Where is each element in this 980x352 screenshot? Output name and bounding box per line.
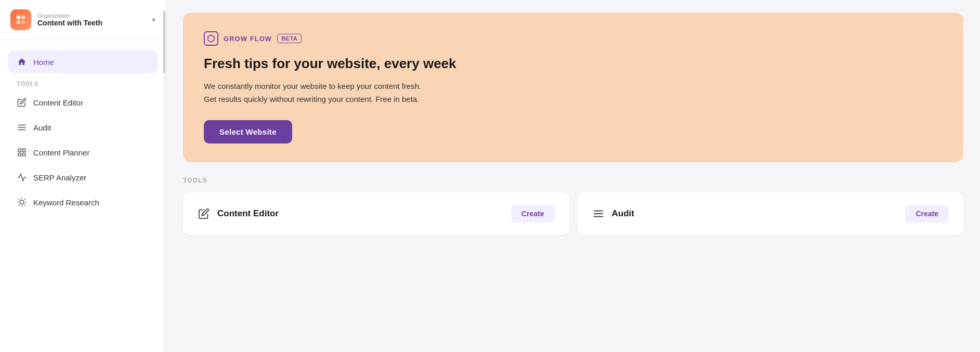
sidebar-item-serp-analyzer-label: SERP Analyzer bbox=[33, 173, 86, 182]
grid-icon bbox=[17, 147, 27, 158]
tool-card-content-editor: Content Editor Create bbox=[183, 192, 569, 235]
svg-point-11 bbox=[20, 200, 24, 204]
grow-flow-banner: GROW FLOW BETA Fresh tips for your websi… bbox=[183, 12, 963, 162]
svg-line-18 bbox=[19, 205, 19, 205]
tools-grid: Content Editor Create Audit Crea bbox=[183, 192, 963, 235]
sidebar-item-content-editor-label: Content Editor bbox=[33, 98, 83, 107]
audit-card-label: Audit bbox=[612, 208, 634, 219]
lines-icon bbox=[17, 122, 27, 133]
main-tools-label: TOOLS bbox=[183, 177, 963, 184]
grow-flow-header: GROW FLOW BETA bbox=[204, 31, 943, 46]
sidebar-item-content-planner[interactable]: Content Planner bbox=[8, 141, 158, 164]
sidebar-item-keyword-research-label: Keyword Research bbox=[33, 198, 99, 207]
svg-line-19 bbox=[24, 199, 25, 200]
sidebar-item-content-editor[interactable]: Content Editor bbox=[8, 91, 158, 114]
tool-card-left: Audit bbox=[592, 207, 634, 220]
chevron-down-icon: ▾ bbox=[152, 16, 155, 24]
chart-line-icon bbox=[17, 172, 27, 182]
sidebar-header[interactable]: Organization Content with Teeth ▾ bbox=[0, 0, 166, 40]
audit-create-button[interactable]: Create bbox=[905, 205, 949, 223]
sidebar-item-audit-label: Audit bbox=[33, 123, 51, 132]
grow-flow-icon bbox=[204, 31, 218, 46]
grow-flow-headline: Fresh tips for your website, every week bbox=[204, 55, 943, 73]
svg-rect-0 bbox=[17, 16, 20, 19]
lightbulb-icon bbox=[17, 197, 27, 207]
main-content: GROW FLOW BETA Fresh tips for your websi… bbox=[166, 0, 980, 352]
tool-card-left: Content Editor bbox=[198, 207, 279, 220]
sidebar-item-keyword-research[interactable]: Keyword Research bbox=[8, 191, 158, 214]
content-editor-card-label: Content Editor bbox=[217, 208, 279, 219]
svg-rect-7 bbox=[18, 149, 21, 151]
svg-line-14 bbox=[19, 199, 19, 200]
content-editor-card-icon bbox=[198, 207, 210, 220]
grow-flow-beta-badge: BETA bbox=[277, 34, 302, 43]
sidebar-item-serp-analyzer[interactable]: SERP Analyzer bbox=[8, 166, 158, 189]
sidebar-item-audit[interactable]: Audit bbox=[8, 116, 158, 139]
sidebar-item-content-planner-label: Content Planner bbox=[33, 148, 89, 157]
sidebar-item-home-label: Home bbox=[33, 58, 54, 67]
sidebar: Organization Content with Teeth ▾ Home T… bbox=[0, 0, 166, 352]
content-editor-create-button[interactable]: Create bbox=[511, 205, 555, 223]
svg-line-15 bbox=[24, 205, 25, 205]
scrollbar-thumb bbox=[163, 10, 165, 73]
tools-section: TOOLS Content Editor Create bbox=[183, 177, 963, 235]
pencil-icon bbox=[17, 97, 27, 108]
organization-info: Organization Content with Teeth bbox=[37, 12, 146, 27]
svg-rect-1 bbox=[21, 16, 25, 19]
home-icon bbox=[17, 57, 27, 67]
svg-rect-3 bbox=[21, 20, 25, 24]
select-website-button[interactable]: Select Website bbox=[204, 120, 292, 144]
sidebar-navigation: Home TOOLS Content Editor A bbox=[0, 40, 166, 352]
tool-card-audit: Audit Create bbox=[578, 192, 964, 235]
scrollbar-track bbox=[163, 10, 165, 352]
grow-flow-description: We constantly monitor your website to ke… bbox=[204, 80, 943, 106]
sidebar-item-home[interactable]: Home bbox=[8, 50, 158, 73]
svg-rect-10 bbox=[23, 153, 25, 156]
audit-card-icon bbox=[592, 207, 605, 220]
grow-flow-title: GROW FLOW bbox=[224, 35, 272, 43]
svg-rect-2 bbox=[17, 20, 20, 24]
svg-rect-9 bbox=[18, 153, 21, 156]
organization-label: Organization bbox=[37, 12, 146, 19]
tools-section-label: TOOLS bbox=[8, 75, 158, 91]
app-logo bbox=[10, 9, 31, 30]
sidebar-scrollbar[interactable] bbox=[163, 0, 166, 352]
svg-rect-8 bbox=[23, 149, 25, 151]
organization-name: Content with Teeth bbox=[37, 19, 146, 27]
